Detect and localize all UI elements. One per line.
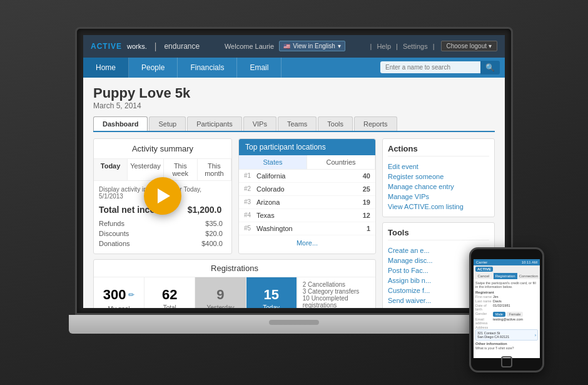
search-input[interactable] [380, 61, 480, 73]
phone-gender: Gender Male Female [475, 312, 538, 317]
app-header: ACTIVE works. | endurance Welcome Laurie… [83, 35, 505, 58]
page-subtitle: March 5, 2014 [93, 101, 495, 110]
discounts-label: Discounts [99, 230, 129, 237]
phone-address-box[interactable]: 321 Contact StSan Diego CA 92121 › [475, 329, 538, 341]
phone-tab-connection[interactable]: Connection [517, 273, 540, 279]
phone-screen: Carrier 10:11 AM ACTIVE Cancel Registrat… [474, 259, 540, 358]
loc-tab-countries[interactable]: Countries [307, 155, 375, 169]
play-button[interactable] [144, 177, 181, 215]
logout-button[interactable]: Choose logout ▾ [441, 41, 498, 51]
lang-selector[interactable]: 🇺🇸 View in English ▾ [279, 41, 345, 51]
location-row-2: #2 Colorado 25 [239, 183, 375, 196]
search-button[interactable]: 🔍 [480, 61, 500, 74]
phone-tab-cancel[interactable]: Cancel [474, 273, 494, 279]
loc-count-4: 12 [363, 212, 370, 219]
nav-tab-financials[interactable]: Financials [178, 58, 237, 78]
top-row: Activity summary Today Yesterday This we… [93, 138, 376, 254]
edit-icon[interactable]: ✏ [128, 290, 134, 299]
registrations-title: Registrations [94, 260, 375, 277]
reg-yesterday-label: Yesterday [206, 304, 234, 307]
period-today[interactable]: Today [94, 159, 128, 180]
phone-ln-value: Davis [493, 299, 502, 303]
reg-note-1: 2 Cancellations [303, 281, 370, 288]
loc-tab-states[interactable]: States [239, 155, 307, 169]
loc-name-3: Arizona [256, 198, 363, 206]
phone-other-question: What is your T-shirt size? [475, 346, 538, 350]
help-link[interactable]: Help [377, 43, 391, 50]
logo-active: ACTIVE [91, 42, 122, 51]
tab-setup[interactable]: Setup [149, 116, 186, 131]
tab-teams[interactable]: Teams [278, 116, 317, 131]
phone-tab-registration[interactable]: Registration [494, 273, 517, 279]
tab-participants[interactable]: Participants [187, 116, 241, 131]
phone-other-section: Other information [475, 342, 538, 346]
tab-tools[interactable]: Tools [318, 116, 353, 131]
laptop-base [69, 315, 519, 334]
reg-today-number: 15 [263, 287, 278, 303]
tab-vips[interactable]: VIPs [243, 116, 276, 131]
loc-rank-4: #4 [244, 212, 256, 218]
period-this-month[interactable]: This month [198, 159, 231, 180]
flag-icon: 🇺🇸 [283, 43, 290, 49]
locations-card: Top participant locations States Countri… [238, 138, 376, 254]
tab-dashboard[interactable]: Dashboard [93, 116, 148, 131]
phone-arrow-icon: › [535, 333, 536, 337]
action-edit-event[interactable]: Edit event [388, 162, 489, 172]
loc-count-1: 40 [363, 172, 370, 180]
lang-label: View in English [293, 43, 335, 49]
reg-goal-label: My goal [108, 305, 130, 307]
action-active-listing[interactable]: View ACTIVE.com listing [388, 202, 489, 212]
tab-reports[interactable]: Reports [354, 116, 397, 131]
loc-rank-2: #2 [244, 185, 256, 192]
loc-name-1: California [256, 172, 363, 180]
action-vips[interactable]: Manage VIPs [388, 192, 489, 202]
phone-email: Email address testing@active.com [475, 317, 538, 325]
action-chance-entry[interactable]: Manage chance entry [388, 182, 489, 192]
reg-total: 62 Total [144, 277, 195, 308]
location-row-1: #1 California 40 [239, 170, 375, 183]
activity-title: Activity summary [94, 139, 231, 159]
more-link[interactable]: More... [239, 235, 375, 250]
phone-gender-label: Gender [475, 312, 493, 317]
discounts-amount: $20.00 [205, 230, 226, 237]
settings-link[interactable]: Settings [403, 43, 428, 50]
reg-stats: 300 ✏ My goal 62 Total [94, 277, 375, 308]
screen-bezel: ACTIVE works. | endurance Welcome Laurie… [75, 27, 513, 315]
phone-home-button[interactable] [501, 356, 512, 367]
chevron-down-icon: ▾ [489, 43, 492, 49]
nav-tab-home[interactable]: Home [83, 58, 129, 78]
donations-amount: $400.00 [201, 240, 226, 247]
phone-first-name: First name Jim [475, 295, 538, 299]
donations-label: Donations [99, 240, 130, 247]
pipe-separator3: | [433, 43, 435, 50]
period-yesterday[interactable]: Yesterday [128, 159, 164, 180]
action-register[interactable]: Register someone [388, 172, 489, 182]
period-this-week[interactable]: This week [164, 159, 198, 180]
scene: ACTIVE works. | endurance Welcome Laurie… [0, 0, 588, 385]
reg-today-label: Today [263, 304, 280, 307]
screen: ACTIVE works. | endurance Welcome Laurie… [83, 35, 505, 308]
phone-gender-male[interactable]: Male [493, 312, 505, 317]
loc-count-5: 1 [367, 225, 370, 232]
line-item-refunds: Refunds $35.00 [99, 218, 226, 228]
welcome-text: Welcome Laurie [225, 43, 274, 50]
nav-tab-people[interactable]: People [129, 58, 178, 78]
phone-fn-label: First name [475, 295, 493, 299]
activity-summary-card: Activity summary Today Yesterday This we… [93, 138, 232, 254]
line-item-discounts: Discounts $20.00 [99, 228, 226, 239]
locations-tabs: States Countries [239, 155, 375, 170]
loc-count-3: 19 [363, 198, 370, 206]
play-icon [158, 188, 170, 203]
nav-tab-email[interactable]: Email [237, 58, 281, 78]
main-layout: Activity summary Today Yesterday This we… [93, 138, 495, 308]
reg-yesterday-number: 9 [216, 287, 224, 303]
logout-label: Choose logout [447, 43, 487, 49]
logo-endurance: endurance [164, 42, 200, 51]
line-item-donations: Donations $400.00 [99, 239, 226, 249]
reg-note-3: 10 Uncompleted registrations [303, 295, 370, 308]
loc-count-2: 25 [363, 185, 370, 193]
reg-note-2: 3 Category transfers [303, 288, 370, 295]
phone-fn-value: Jim [493, 295, 499, 299]
reg-goal-number: 300 [103, 287, 126, 303]
phone-gender-female[interactable]: Female [507, 312, 523, 317]
